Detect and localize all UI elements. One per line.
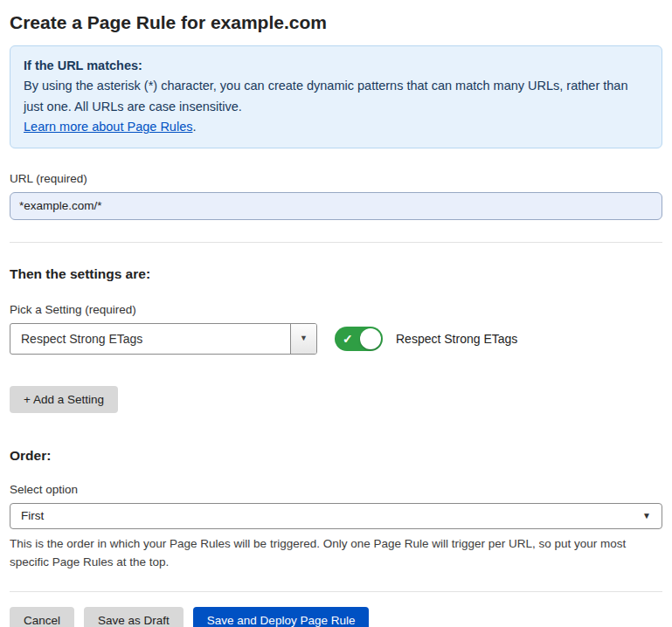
url-match-info-box: If the URL matches: By using the asteris…	[10, 45, 662, 148]
url-input[interactable]	[10, 192, 662, 220]
info-box-heading: If the URL matches:	[24, 56, 648, 76]
order-help-text: This is the order in which your Page Rul…	[10, 535, 658, 572]
respect-strong-etags-toggle[interactable]: ✓	[335, 327, 383, 351]
toggle-label: Respect Strong ETags	[396, 332, 517, 346]
footer-buttons: Cancel Save as Draft Save and Deploy Pag…	[10, 607, 662, 627]
setting-picker-label: Pick a Setting (required)	[10, 303, 662, 316]
info-box-body: By using the asterisk (*) character, you…	[24, 76, 648, 117]
chevron-down-icon: ▼	[642, 512, 651, 520]
order-select-label: Select option	[10, 483, 662, 496]
add-setting-button[interactable]: + Add a Setting	[10, 386, 118, 413]
toggle-knob	[360, 328, 381, 349]
setting-select-value: Respect Strong ETags	[10, 332, 142, 346]
page-rule-form: Create a Page Rule for example.com If th…	[0, 12, 672, 627]
order-heading: Order:	[10, 448, 662, 464]
check-icon: ✓	[343, 333, 353, 345]
order-select-value: First	[21, 509, 44, 522]
setting-row: Respect Strong ETags ▼ ✓ Respect Strong …	[10, 323, 662, 355]
caret-down-icon: ▼	[300, 334, 308, 342]
section-divider	[10, 242, 662, 243]
page-title: Create a Page Rule for example.com	[10, 12, 662, 33]
footer-divider	[10, 591, 662, 592]
url-label: URL (required)	[10, 172, 662, 185]
link-suffix: .	[192, 120, 196, 134]
settings-heading: Then the settings are:	[10, 266, 662, 282]
setting-select-arrow-button[interactable]: ▼	[290, 324, 316, 354]
learn-more-link[interactable]: Learn more about Page Rules	[24, 120, 192, 134]
info-box-link-line: Learn more about Page Rules.	[24, 117, 648, 137]
setting-select[interactable]: Respect Strong ETags ▼	[10, 323, 317, 355]
cancel-button[interactable]: Cancel	[10, 607, 74, 627]
order-select[interactable]: First ▼	[10, 503, 662, 529]
save-deploy-button[interactable]: Save and Deploy Page Rule	[193, 607, 370, 627]
save-draft-button[interactable]: Save as Draft	[84, 607, 184, 627]
